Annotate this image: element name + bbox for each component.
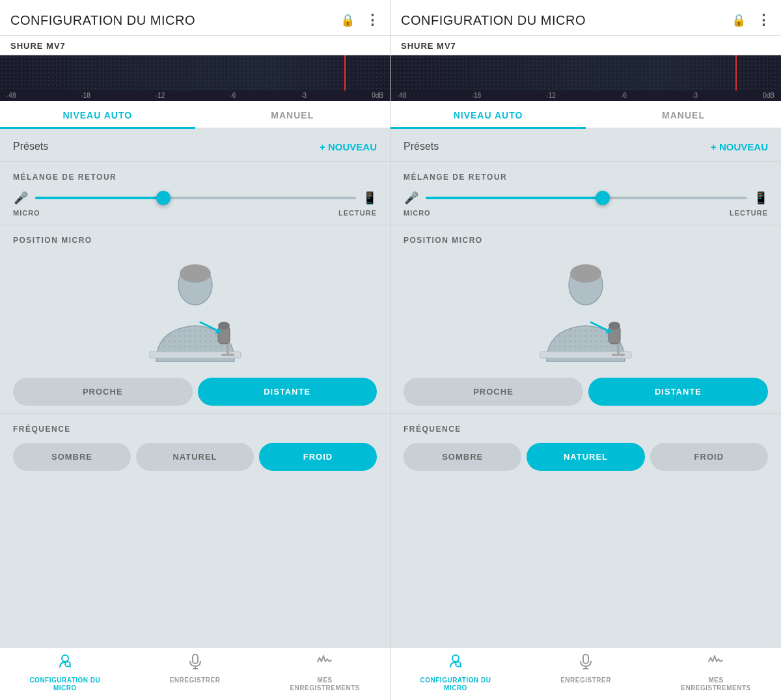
vu-scale-label: -48 — [397, 92, 406, 99]
panel-panel-left: CONFIGURATION DU MICRO 🔒 ⋮ SHURE MV7 -48… — [0, 0, 390, 700]
slider-fill — [426, 197, 603, 199]
phone-icon: 📱 — [754, 191, 768, 205]
position-btn-proche[interactable]: PROCHE — [13, 378, 193, 406]
mic-icon: 🎤 — [13, 191, 29, 205]
panel-panel-right: CONFIGURATION DU MICRO 🔒 ⋮ SHURE MV7 -48… — [390, 0, 781, 700]
svg-rect-35 — [583, 654, 588, 664]
mic-icon: 🎤 — [404, 191, 419, 205]
header: CONFIGURATION DU MICRO 🔒 ⋮ — [0, 0, 390, 36]
nav-label-mic: ENREGISTRER — [170, 677, 221, 684]
presets-label: Présets — [404, 141, 439, 152]
device-name: SHURE MV7 — [0, 36, 390, 55]
nav-label-config: CONFIGURATION DU MICRO — [29, 677, 100, 692]
nav-label-wave: MES ENREGISTREMENTS — [290, 677, 360, 692]
slider-labels: MICRO LECTURE — [13, 209, 377, 217]
freq-btn-naturel[interactable]: NATUREL — [136, 443, 254, 471]
slider-row: 🎤 📱 — [404, 191, 768, 205]
lecture-label: LECTURE — [338, 209, 377, 217]
position-section: POSITION MICRO — [0, 225, 390, 414]
vu-scale: -48-18-12-6-30dB — [390, 91, 781, 100]
vu-scale-label: -18 — [81, 92, 90, 99]
svg-rect-24 — [612, 354, 625, 356]
presets-row: Présets + NOUVEAU — [0, 129, 390, 162]
nav-icon-mic — [187, 653, 203, 674]
frequence-title: FRÉQUENCE — [13, 425, 377, 434]
vu-red-line — [344, 55, 346, 91]
vu-meter-bg — [0, 55, 390, 91]
nav-label-wave: MES ENREGISTREMENTS — [681, 677, 751, 692]
tab-auto[interactable]: NIVEAU AUTO — [0, 101, 195, 129]
phone-icon: 📱 — [363, 191, 377, 205]
slider-thumb[interactable] — [596, 191, 610, 205]
micro-label: MICRO — [13, 209, 40, 217]
person-illustration-wrap — [13, 254, 377, 375]
presets-new-button[interactable]: + NOUVEAU — [711, 141, 768, 152]
freq-btn-naturel[interactable]: NATUREL — [527, 443, 644, 471]
nav-icon-wave — [316, 653, 333, 674]
presets-new-button[interactable]: + NOUVEAU — [320, 141, 377, 152]
tab-manual[interactable]: MANUEL — [195, 101, 390, 129]
lock-icon[interactable]: 🔒 — [732, 13, 746, 27]
freq-btn-froid[interactable]: FROID — [650, 443, 768, 471]
frequence-btn-group: SOMBRENATURELFROID — [13, 443, 377, 471]
position-btn-distante[interactable]: DISTANTE — [198, 378, 377, 406]
freq-btn-sombre[interactable]: SOMBRE — [13, 443, 131, 471]
person-illustration — [130, 260, 260, 365]
vu-scale-label: -3 — [301, 92, 307, 99]
more-icon[interactable]: ⋮ — [756, 12, 771, 29]
nav-icon-wave — [707, 653, 724, 674]
freq-btn-froid[interactable]: FROID — [259, 443, 377, 471]
nav-item-config[interactable]: CONFIGURATION DU MICRO — [0, 653, 130, 692]
position-title: POSITION MICRO — [404, 236, 768, 245]
svg-point-1 — [180, 264, 211, 283]
frequence-section: FRÉQUENCESOMBRENATURELFROID — [0, 414, 390, 484]
header-title: CONFIGURATION DU MICRO — [401, 13, 586, 28]
melange-section: MÉLANGE DE RETOUR 🎤 📱 MICRO LECTURE — [390, 162, 781, 225]
nav-icon-mic — [578, 653, 594, 674]
position-btn-proche[interactable]: PROCHE — [404, 378, 583, 406]
slider-fill — [35, 197, 163, 199]
device-name: SHURE MV7 — [390, 36, 781, 55]
tabs: NIVEAU AUTOMANUEL — [390, 101, 781, 129]
nav-item-wave[interactable]: MES ENREGISTREMENTS — [260, 653, 390, 692]
position-btn-group: PROCHEDISTANTE — [404, 378, 768, 406]
svg-point-10 — [62, 655, 68, 662]
header-icons: 🔒 ⋮ — [732, 12, 771, 29]
svg-point-26 — [609, 322, 620, 329]
melange-section: MÉLANGE DE RETOUR 🎤 📱 MICRO LECTURE — [0, 162, 390, 225]
vu-scale-label: -12 — [546, 92, 555, 99]
vu-scale-label: -6 — [230, 92, 236, 99]
presets-label: Présets — [13, 141, 48, 152]
position-btn-group: PROCHEDISTANTE — [13, 378, 377, 406]
melange-title: MÉLANGE DE RETOUR — [404, 173, 768, 182]
person-illustration — [521, 260, 651, 365]
more-icon[interactable]: ⋮ — [365, 12, 379, 29]
bottom-nav: CONFIGURATION DU MICRO ENREGISTRER MES E… — [0, 647, 390, 700]
freq-btn-sombre[interactable]: SOMBRE — [404, 443, 521, 471]
lock-icon[interactable]: 🔒 — [340, 13, 355, 27]
vu-meter: -48-18-12-6-30dB — [390, 55, 781, 101]
position-btn-distante[interactable]: DISTANTE — [588, 378, 768, 406]
position-title: POSITION MICRO — [13, 236, 377, 245]
svg-point-29 — [452, 655, 459, 662]
svg-rect-16 — [193, 654, 198, 664]
nav-item-config[interactable]: CONFIGURATION DU MICRO — [390, 653, 521, 692]
nav-item-wave[interactable]: MES ENREGISTREMENTS — [651, 653, 781, 692]
slider-track — [426, 197, 747, 199]
lecture-label: LECTURE — [730, 209, 768, 217]
frequence-title: FRÉQUENCE — [404, 425, 768, 434]
slider-track — [35, 197, 356, 199]
content-area: Présets + NOUVEAU MÉLANGE DE RETOUR 🎤 📱 … — [0, 129, 390, 647]
tab-manual[interactable]: MANUEL — [586, 101, 781, 129]
vu-scale-label: -12 — [156, 92, 165, 99]
slider-container[interactable] — [35, 191, 356, 205]
melange-title: MÉLANGE DE RETOUR — [13, 173, 377, 182]
presets-row: Présets + NOUVEAU — [390, 129, 781, 162]
nav-item-mic[interactable]: ENREGISTRER — [521, 653, 651, 692]
slider-container[interactable] — [426, 191, 747, 205]
slider-thumb[interactable] — [156, 191, 171, 205]
nav-item-mic[interactable]: ENREGISTRER — [130, 653, 260, 692]
vu-scale: -48-18-12-6-30dB — [0, 91, 390, 100]
tab-auto[interactable]: NIVEAU AUTO — [390, 101, 586, 129]
svg-point-20 — [570, 264, 601, 283]
